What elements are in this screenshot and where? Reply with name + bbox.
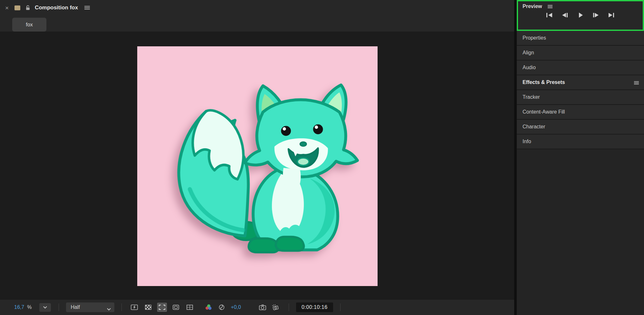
- grid-guides-icon[interactable]: [185, 303, 195, 312]
- previous-frame-button[interactable]: [560, 12, 570, 19]
- reset-exposure-icon[interactable]: [217, 303, 226, 312]
- current-time-field[interactable]: 0:00:10:16: [296, 302, 333, 312]
- composition-canvas: [137, 46, 378, 286]
- resolution-value: Half: [71, 304, 80, 310]
- fox-front-paw: [249, 238, 278, 252]
- panel-divider[interactable]: [514, 0, 517, 315]
- next-frame-button[interactable]: [591, 12, 601, 19]
- panel-tab-label: Character: [523, 124, 545, 130]
- zoom-unit: %: [27, 304, 32, 310]
- close-panel-icon[interactable]: ×: [5, 5, 9, 11]
- zoom-dropdown-button[interactable]: [39, 303, 51, 312]
- region-of-interest-icon[interactable]: [157, 303, 167, 312]
- panel-tab-label: Tracker: [523, 94, 540, 100]
- panel-tab-tracker[interactable]: Tracker: [517, 90, 644, 105]
- panel-tab-label: Properties: [523, 35, 546, 41]
- mask-visibility-icon[interactable]: [171, 303, 181, 312]
- transport-controls: [518, 12, 643, 19]
- preview-panel: Preview: [517, 0, 644, 31]
- right-panel-stack: Preview: [517, 0, 644, 315]
- first-frame-button[interactable]: [544, 12, 555, 19]
- fast-previews-icon[interactable]: [130, 303, 139, 312]
- composition-title: Composition fox: [35, 5, 78, 11]
- panel-tab-effects-presets[interactable]: Effects & Presets: [517, 75, 644, 90]
- exposure-value[interactable]: +0,0: [231, 304, 241, 310]
- toolbar-separator: [289, 303, 289, 311]
- composition-panel-header: × Composition fox: [0, 0, 514, 15]
- viewport-toolbar: 16,7 % Half: [0, 299, 514, 315]
- panel-tab-label: Effects & Presets: [523, 79, 565, 85]
- transparency-grid-icon[interactable]: [143, 303, 153, 312]
- fox-tongue: [297, 158, 309, 165]
- show-snapshot-icon[interactable]: [271, 303, 280, 312]
- panel-tab-properties[interactable]: Properties: [517, 31, 644, 46]
- toolbar-separator: [340, 303, 341, 311]
- resolution-dropdown[interactable]: Half: [66, 302, 114, 312]
- composition-panel: × Composition fox fox: [0, 0, 514, 315]
- fox-nose: [300, 142, 306, 146]
- fox-eye: [281, 126, 291, 136]
- tab-fox[interactable]: fox: [12, 18, 46, 32]
- panel-menu-icon[interactable]: [84, 6, 90, 10]
- effects-presets-menu-icon[interactable]: [634, 80, 639, 86]
- panel-tab-content-aware-fill[interactable]: Content-Aware Fill: [517, 105, 644, 120]
- lock-icon[interactable]: [25, 5, 30, 11]
- composition-viewport[interactable]: [0, 32, 514, 300]
- panel-tab-character[interactable]: Character: [517, 120, 644, 134]
- snapshot-icon[interactable]: [258, 303, 267, 312]
- panel-tab-align[interactable]: Align: [517, 46, 644, 60]
- composition-color-swatch: [14, 5, 20, 10]
- fox-artwork: [137, 46, 378, 286]
- panel-tab-label: Info: [523, 139, 531, 144]
- panel-tab-label: Audio: [523, 65, 536, 70]
- preview-menu-icon[interactable]: [548, 5, 553, 8]
- chevron-down-icon: [107, 306, 111, 312]
- play-button[interactable]: [575, 12, 586, 19]
- panel-tab-label: Content-Aware Fill: [523, 109, 565, 115]
- panel-tab-info[interactable]: Info: [517, 134, 644, 149]
- fox-front-paw: [276, 237, 304, 251]
- tab-fox-label: fox: [26, 22, 33, 28]
- preview-panel-title: Preview: [523, 4, 542, 9]
- fox-eye: [313, 124, 323, 134]
- toolbar-separator: [59, 303, 59, 311]
- toolbar-separator: [121, 303, 122, 311]
- last-frame-button[interactable]: [606, 12, 617, 19]
- after-effects-workspace: × Composition fox fox: [0, 0, 644, 315]
- zoom-level-value[interactable]: 16,7: [14, 304, 24, 310]
- panel-tab-label: Align: [523, 50, 534, 56]
- channels-icon[interactable]: [204, 303, 213, 312]
- panel-tab-audio[interactable]: Audio: [517, 60, 644, 75]
